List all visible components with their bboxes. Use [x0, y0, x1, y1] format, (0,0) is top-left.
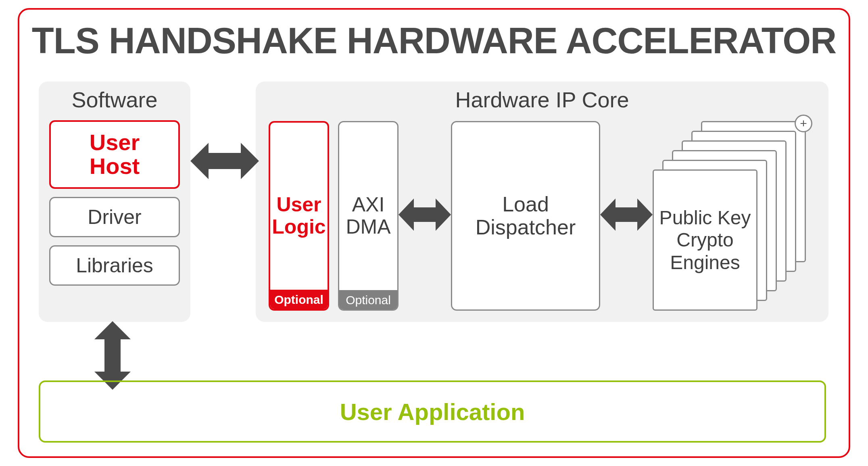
user-application-box: User Application — [39, 380, 826, 443]
axi-dma-box: AXI DMA Optional — [338, 121, 399, 311]
axi-dma-main: AXI DMA — [339, 122, 397, 309]
hardware-panel: Hardware IP Core User Logic Optional AXI… — [256, 81, 828, 322]
load-dispatcher-text: Load Dispatcher — [476, 193, 576, 239]
arrow-load-crypto-icon — [600, 195, 653, 234]
user-logic-optional-badge: Optional — [270, 290, 328, 309]
driver-text: Driver — [88, 205, 141, 229]
axi-dma-text: AXI DMA — [346, 194, 390, 238]
arrow-axi-load-icon — [399, 195, 451, 234]
hardware-row: User Logic Optional AXI DMA Optional Loa… — [269, 121, 816, 311]
user-application-text: User Application — [340, 398, 525, 425]
libraries-text: Libraries — [76, 254, 153, 277]
crypto-engines-text: Public Key Crypto Engines — [659, 207, 751, 274]
user-host-box: User Host — [49, 120, 180, 189]
load-dispatcher-box: Load Dispatcher — [451, 121, 600, 311]
user-logic-main: User Logic — [270, 123, 328, 309]
diagram-title: TLS HANDSHAKE HARDWARE ACCELERATOR — [19, 20, 849, 62]
software-stack: User Host Driver Libraries — [39, 120, 190, 286]
axi-dma-optional-badge: Optional — [339, 290, 397, 309]
user-logic-optional-text: Optional — [274, 293, 323, 306]
hardware-label: Hardware IP Core — [256, 87, 828, 112]
driver-box: Driver — [49, 197, 180, 237]
plus-text: + — [800, 117, 807, 130]
crypto-engines-stack: Public Key Crypto Engines + — [653, 121, 806, 311]
diagram-frame: TLS HANDSHAKE HARDWARE ACCELERATOR Softw… — [18, 8, 850, 458]
software-panel: Software User Host Driver Libraries — [39, 81, 190, 322]
libraries-box: Libraries — [49, 245, 180, 286]
user-host-text: User Host — [90, 131, 140, 178]
arrow-software-userapp-icon — [90, 321, 135, 390]
user-logic-text: User Logic — [272, 194, 326, 238]
crypto-card-front: Public Key Crypto Engines — [653, 169, 757, 311]
axi-dma-optional-text: Optional — [346, 293, 391, 307]
arrow-software-hardware-icon — [190, 139, 259, 183]
user-logic-box: User Logic Optional — [269, 121, 329, 311]
plus-icon: + — [795, 115, 812, 132]
software-label: Software — [39, 87, 190, 112]
